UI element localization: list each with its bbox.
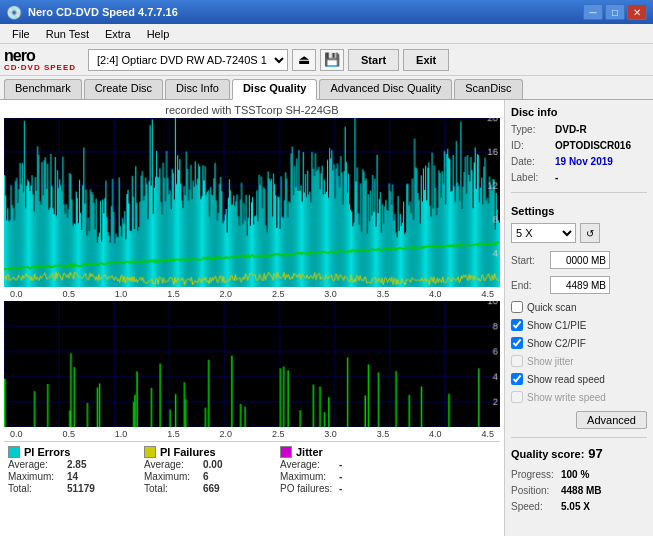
show-write-speed-label: Show write speed [527,392,606,403]
tab-scan-disc[interactable]: ScanDisc [454,79,522,99]
progress-row: Progress: 100 % [511,469,647,480]
pi-errors-total-value: 51179 [67,483,95,494]
quick-scan-row: Quick scan [511,301,647,313]
show-c2pif-row: Show C2/PIF [511,337,647,349]
pi-errors-title: PI Errors [24,446,70,458]
tab-benchmark[interactable]: Benchmark [4,79,82,99]
menu-help[interactable]: Help [139,27,178,41]
disc-type-label: Type: [511,124,551,135]
speed-select[interactable]: 5 X 1 X 2 X 4 X 8 X [511,223,576,243]
menu-runtest[interactable]: Run Test [38,27,97,41]
pi-failures-max-value: 6 [203,471,209,482]
chart-area: recorded with TSSTcorp SH-224GB 0.00.5 1… [0,100,505,536]
speed-label: Speed: [511,501,561,512]
show-read-speed-row: Show read speed [511,373,647,385]
x-axis-upper: 0.00.5 1.01.5 2.02.5 3.03.5 4.04.5 [4,289,500,299]
jitter-title: Jitter [296,446,323,458]
legend: PI Errors Average: 2.85 Maximum: 14 Tota… [4,441,500,496]
minimize-button[interactable]: ─ [583,4,603,20]
show-write-speed-checkbox[interactable] [511,391,523,403]
menu-extra[interactable]: Extra [97,27,139,41]
show-write-speed-row: Show write speed [511,391,647,403]
chart-title: recorded with TSSTcorp SH-224GB [4,104,500,116]
quality-score-label: Quality score: [511,448,584,460]
legend-pi-errors: PI Errors Average: 2.85 Maximum: 14 Tota… [8,446,128,494]
pi-failures-total-value: 669 [203,483,220,494]
po-failures-label: PO failures: [280,483,335,494]
disc-type-row: Type: DVD-R [511,124,647,135]
show-jitter-checkbox[interactable] [511,355,523,367]
show-c2pif-checkbox[interactable] [511,337,523,349]
save-button[interactable]: 💾 [320,49,344,71]
pi-errors-max-label: Maximum: [8,471,63,482]
show-jitter-row: Show jitter [511,355,647,367]
speed-row: 5 X 1 X 2 X 4 X 8 X ↺ [511,223,647,243]
tabs: Benchmark Create Disc Disc Info Disc Qua… [0,76,653,100]
maximize-button[interactable]: □ [605,4,625,20]
tab-disc-info[interactable]: Disc Info [165,79,230,99]
cdspeed-brand: CD·DVD SPEED [4,64,76,72]
pi-errors-total-label: Total: [8,483,63,494]
start-mb-row: Start: [511,251,647,269]
progress-label: Progress: [511,469,561,480]
tab-advanced-disc-quality[interactable]: Advanced Disc Quality [319,79,452,99]
pi-errors-max-value: 14 [67,471,78,482]
show-jitter-label: Show jitter [527,356,574,367]
legend-pi-failures: PI Failures Average: 0.00 Maximum: 6 Tot… [144,446,264,494]
pi-failures-total-label: Total: [144,483,199,494]
quality-score-row: Quality score: 97 [511,446,647,461]
close-button[interactable]: ✕ [627,4,647,20]
pi-failures-avg-label: Average: [144,459,199,470]
disc-date-row: Date: 19 Nov 2019 [511,156,647,167]
progress-value: 100 % [561,469,589,480]
drive-select[interactable]: [2:4] Optiarc DVD RW AD-7240S 1.04 [88,49,288,71]
show-c1pie-row: Show C1/PIE [511,319,647,331]
show-c2pif-label: Show C2/PIF [527,338,586,349]
quality-score-value: 97 [588,446,602,461]
position-value: 4488 MB [561,485,602,496]
pi-failures-swatch [144,446,156,458]
upper-chart [4,118,500,287]
jitter-avg-label: Average: [280,459,335,470]
window-controls: ─ □ ✕ [583,4,647,20]
pi-failures-title: PI Failures [160,446,216,458]
disc-label-value: - [555,172,558,183]
start-input[interactable] [550,251,610,269]
disc-label-label: Label: [511,172,551,183]
end-input[interactable] [550,276,610,294]
nero-logo: nero CD·DVD SPEED [4,48,76,72]
title-bar: 💿 Nero CD-DVD Speed 4.7.7.16 ─ □ ✕ [0,0,653,24]
right-panel: Disc info Type: DVD-R ID: OPTODISCR016 D… [505,100,653,536]
quick-scan-label: Quick scan [527,302,576,313]
exit-button[interactable]: Exit [403,49,449,71]
menu-bar: File Run Test Extra Help [0,24,653,44]
show-c1pie-checkbox[interactable] [511,319,523,331]
menu-file[interactable]: File [4,27,38,41]
start-button[interactable]: Start [348,49,399,71]
speed-refresh-button[interactable]: ↺ [580,223,600,243]
eject-button[interactable]: ⏏ [292,49,316,71]
show-c1pie-label: Show C1/PIE [527,320,586,331]
show-read-speed-checkbox[interactable] [511,373,523,385]
speed-row-result: Speed: 5.05 X [511,501,647,512]
tab-disc-quality[interactable]: Disc Quality [232,79,318,100]
position-label: Position: [511,485,561,496]
pi-errors-swatch [8,446,20,458]
tab-create-disc[interactable]: Create Disc [84,79,163,99]
disc-type-value: DVD-R [555,124,587,135]
lower-chart [4,301,500,428]
start-label: Start: [511,255,546,266]
toolbar: nero CD·DVD SPEED [2:4] Optiarc DVD RW A… [0,44,653,76]
po-failures-value: - [339,483,342,494]
jitter-max-value: - [339,471,342,482]
x-axis-lower: 0.00.5 1.01.5 2.02.5 3.03.5 4.04.5 [4,429,500,439]
quick-scan-checkbox[interactable] [511,301,523,313]
advanced-button[interactable]: Advanced [576,411,647,429]
pi-failures-avg-value: 0.00 [203,459,222,470]
pi-errors-avg-value: 2.85 [67,459,86,470]
pi-errors-avg-label: Average: [8,459,63,470]
main-content: recorded with TSSTcorp SH-224GB 0.00.5 1… [0,100,653,536]
jitter-swatch [280,446,292,458]
disc-label-row: Label: - [511,172,647,183]
legend-jitter: Jitter Average: - Maximum: - PO failures… [280,446,400,494]
